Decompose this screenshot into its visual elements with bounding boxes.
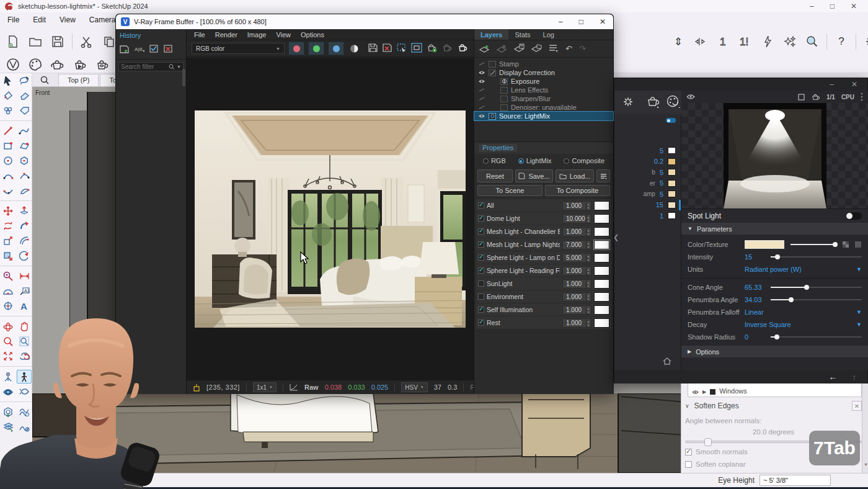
kebab-menu-icon[interactable] — [861, 92, 863, 101]
light-checkbox[interactable] — [478, 320, 484, 326]
chevron-down-icon[interactable]: ▼ — [856, 321, 862, 328]
tape-measure-tool[interactable] — [0, 269, 16, 284]
layer-row[interactable]: Stamp — [474, 60, 613, 68]
paint-bucket-tool[interactable] — [0, 88, 16, 103]
shadow-radius-slider[interactable] — [771, 336, 862, 338]
light-color-swatch[interactable] — [594, 240, 609, 249]
save-image-button[interactable] — [368, 43, 378, 55]
preview-eye-icon[interactable] — [686, 94, 695, 100]
clear-image-button[interactable] — [382, 43, 392, 55]
tab-log[interactable]: Log — [537, 29, 560, 40]
penumbra-angle-value[interactable]: 34.03 — [745, 296, 771, 303]
alpha-channel-button[interactable] — [348, 40, 360, 56]
light-value-input[interactable]: 1.000▲▼ — [562, 318, 591, 328]
home-icon[interactable] — [663, 357, 671, 367]
light-checkbox[interactable] — [478, 215, 484, 222]
minimize-button[interactable]: – — [810, 2, 814, 11]
line-tool[interactable] — [0, 123, 16, 138]
asset-color-swatch[interactable] — [668, 158, 676, 165]
lightmix-row[interactable]: Mesh Light - Lamp Nightstand7.000▲▼ — [476, 238, 611, 251]
add-layer-button[interactable] — [479, 43, 490, 54]
chevron-down-icon[interactable]: ▼ — [856, 266, 862, 272]
preview-teapot-icon[interactable] — [811, 93, 820, 101]
history-search-input[interactable]: Search filter ▼ — [118, 62, 184, 71]
color-slider[interactable] — [790, 244, 836, 245]
menu-camera[interactable]: Camera — [89, 16, 116, 24]
two-point-arc-tool[interactable] — [16, 168, 32, 183]
history-scrollbar[interactable] — [182, 69, 185, 86]
up-arrow-icon[interactable]: ↑ — [852, 372, 857, 382]
asset-color-swatch[interactable] — [668, 212, 676, 219]
lightmix-row[interactable]: All1.000▲▼ — [476, 199, 611, 212]
asset-row[interactable]: 1 — [614, 210, 681, 222]
scale-tool[interactable] — [0, 233, 16, 248]
red-channel-button[interactable] — [288, 42, 304, 55]
light-checkbox[interactable] — [478, 228, 484, 235]
reset-button[interactable]: Reset — [477, 169, 513, 182]
render-interactive-icon[interactable] — [72, 56, 88, 73]
three-point-arc-tool[interactable] — [0, 183, 16, 198]
move-tool[interactable] — [0, 204, 16, 218]
asset-color-swatch[interactable] — [668, 180, 676, 187]
cone-angle-value[interactable]: 65.33 — [745, 284, 771, 291]
save-button[interactable] — [50, 34, 66, 50]
light-value-input[interactable]: 1.000▲▼ — [562, 279, 591, 289]
load-lightmix-button[interactable]: Load... — [556, 169, 594, 182]
light-value-input[interactable]: 1.000▲▼ — [562, 292, 591, 302]
asset-color-swatch[interactable] — [668, 169, 676, 176]
to-scene-button[interactable]: To Scene — [477, 185, 542, 196]
render-stopped-button[interactable] — [441, 43, 453, 55]
tab-layers[interactable]: Layers — [474, 29, 508, 40]
tray-scrollbar[interactable]: ▼ — [862, 384, 868, 473]
polygon-tool[interactable] — [16, 153, 32, 168]
light-color-swatch[interactable] — [594, 201, 609, 210]
lightmix-row[interactable]: Mesh Light - Chandelier Bulb1.000▲▼ — [476, 225, 611, 238]
render-canvas[interactable] — [187, 58, 474, 380]
load-layers-button[interactable] — [531, 43, 542, 54]
mode-lightmix[interactable]: LightMix — [518, 157, 552, 164]
panel-close-button[interactable]: ✕ — [852, 401, 862, 411]
maximize-button[interactable]: □ — [830, 2, 835, 11]
render-swarm-icon[interactable] — [94, 56, 110, 73]
layer-row[interactable]: Sharpen/Blur — [474, 94, 613, 103]
lasso-tool[interactable] — [16, 73, 32, 88]
arc-tool[interactable] — [0, 168, 16, 183]
shadow-radius-value[interactable]: 0 — [745, 333, 771, 341]
light-color-swatch[interactable] — [594, 266, 609, 276]
vray-one-alert-icon[interactable]: 1! — [737, 34, 753, 50]
asset-color-swatch[interactable] — [668, 147, 676, 154]
light-value-input[interactable]: 1.000▲▼ — [562, 266, 591, 276]
asset-row[interactable]: er5 — [614, 178, 681, 189]
vfb-close-button[interactable]: ✕ — [600, 17, 606, 26]
asset-color-swatch[interactable] — [668, 191, 676, 197]
lightmix-row[interactable]: Sphere Light - Lamp on Dresser5.000▲▼ — [476, 251, 611, 264]
save-lightmix-button[interactable]: Save... — [515, 169, 554, 182]
vfb-menu-render[interactable]: Render — [215, 31, 237, 38]
search-magnifier-icon[interactable] — [804, 34, 820, 50]
history-ab-compare-button[interactable]: A|B — [135, 44, 144, 55]
lightmix-row[interactable]: Self Illumination1.000▲▼ — [476, 303, 611, 316]
curve-mode-icon[interactable] — [290, 384, 298, 391]
flip-icon[interactable] — [693, 34, 709, 50]
history-remove-button[interactable] — [164, 44, 173, 55]
light-checkbox[interactable] — [478, 202, 484, 209]
light-color-swatch[interactable] — [594, 292, 609, 302]
push-pull-tool[interactable] — [16, 204, 32, 218]
pixel-pin-icon[interactable] — [193, 384, 200, 392]
vfb-menu-view[interactable]: View — [276, 31, 291, 38]
menu-edit[interactable]: Edit — [33, 16, 46, 24]
light-value-input[interactable]: 1.000▲▼ — [562, 305, 591, 315]
frame-select-button[interactable] — [411, 43, 422, 55]
lightmix-row[interactable]: Dome Light10.000▲▼ — [476, 212, 611, 225]
pie-tool[interactable] — [16, 183, 32, 198]
layer-row[interactable]: Display Correction — [474, 68, 613, 77]
render-teapot-icon[interactable] — [50, 56, 66, 73]
sparkles-icon[interactable] — [782, 34, 798, 50]
rotate-tool[interactable] — [0, 218, 16, 233]
vfb-menu-file[interactable]: File — [194, 31, 205, 38]
asset-editor-icon[interactable] — [27, 56, 43, 73]
asset-editor-titlebar[interactable]: – ✕ — [614, 78, 867, 91]
layer-presets-button[interactable] — [549, 44, 559, 54]
history-save-button[interactable] — [120, 44, 130, 55]
to-composite-button[interactable]: To Composite — [545, 185, 610, 196]
